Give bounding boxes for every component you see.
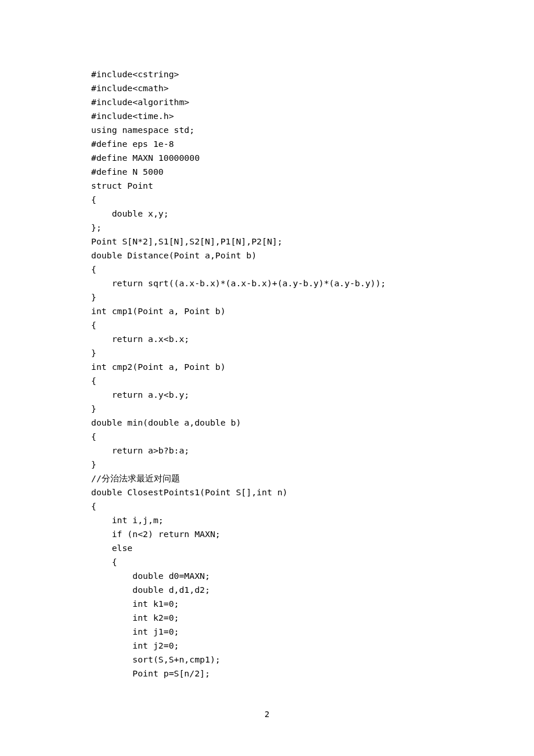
code-line: } bbox=[91, 290, 534, 304]
code-line: { bbox=[91, 430, 534, 444]
code-line: { bbox=[91, 262, 534, 276]
code-line: int k1=0; bbox=[91, 597, 534, 611]
code-line: double d,d1,d2; bbox=[91, 583, 534, 597]
code-line: Point S[N*2],S1[N],S2[N],P1[N],P2[N]; bbox=[91, 235, 534, 249]
code-line: double d0=MAXN; bbox=[91, 569, 534, 583]
page-number: 2 bbox=[0, 707, 534, 721]
code-line: #define MAXN 10000000 bbox=[91, 151, 534, 165]
code-line: int cmp1(Point a, Point b) bbox=[91, 304, 534, 318]
code-line: double min(double a,double b) bbox=[91, 416, 534, 430]
code-line: int j1=0; bbox=[91, 625, 534, 639]
code-line: #define N 5000 bbox=[91, 165, 534, 179]
code-line: #include<time.h> bbox=[91, 109, 534, 123]
code-line: int k2=0; bbox=[91, 611, 534, 625]
document-page: #include<cstring>#include<cmath>#include… bbox=[0, 0, 534, 756]
code-line: } bbox=[91, 402, 534, 416]
code-line: { bbox=[91, 555, 534, 569]
code-line: { bbox=[91, 193, 534, 207]
code-line: #define eps 1e-8 bbox=[91, 137, 534, 151]
code-line: } bbox=[91, 346, 534, 360]
code-line: } bbox=[91, 458, 534, 471]
code-line: int i,j,m; bbox=[91, 513, 534, 527]
code-line: { bbox=[91, 374, 534, 388]
code-line: //分治法求最近对问题 bbox=[91, 471, 534, 485]
code-line: double x,y; bbox=[91, 207, 534, 221]
code-line: { bbox=[91, 318, 534, 332]
code-line: Point p=S[n/2]; bbox=[91, 667, 534, 681]
code-line: return a.x<b.x; bbox=[91, 332, 534, 346]
code-line: }; bbox=[91, 221, 534, 235]
code-line: sort(S,S+n,cmp1); bbox=[91, 653, 534, 667]
code-line: if (n<2) return MAXN; bbox=[91, 527, 534, 541]
code-line: int cmp2(Point a, Point b) bbox=[91, 360, 534, 374]
code-line: { bbox=[91, 499, 534, 513]
code-line: struct Point bbox=[91, 179, 534, 193]
code-line: using namespace std; bbox=[91, 123, 534, 137]
code-line: double Distance(Point a,Point b) bbox=[91, 249, 534, 262]
code-line: #include<algorithm> bbox=[91, 95, 534, 109]
code-line: #include<cstring> bbox=[91, 67, 534, 81]
code-block: #include<cstring>#include<cmath>#include… bbox=[91, 67, 534, 681]
code-line: int j2=0; bbox=[91, 639, 534, 653]
code-line: return a.y<b.y; bbox=[91, 388, 534, 402]
code-line: double ClosestPoints1(Point S[],int n) bbox=[91, 485, 534, 499]
code-line: else bbox=[91, 541, 534, 555]
code-line: return a>b?b:a; bbox=[91, 444, 534, 458]
code-line: return sqrt((a.x-b.x)*(a.x-b.x)+(a.y-b.y… bbox=[91, 276, 534, 290]
code-line: #include<cmath> bbox=[91, 81, 534, 95]
